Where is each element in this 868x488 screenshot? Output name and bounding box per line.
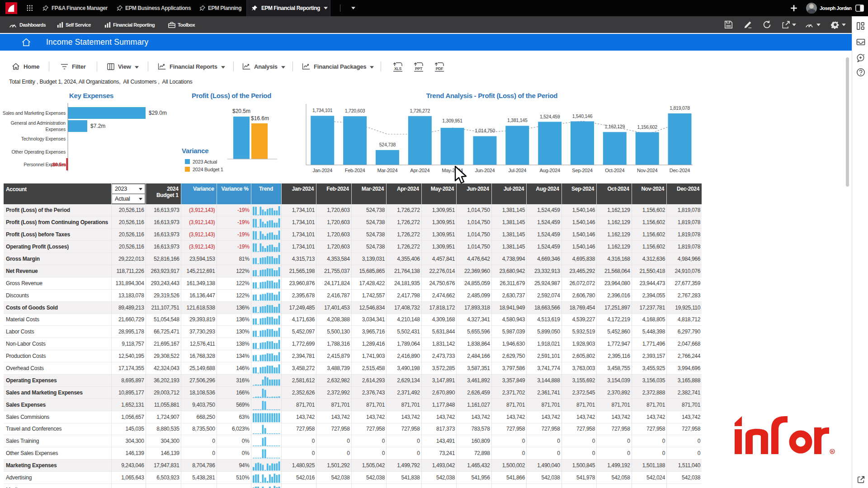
svg-text:Personnel Expenses: Personnel Expenses <box>24 162 66 167</box>
svg-text:Oct-2024: Oct-2024 <box>605 168 624 173</box>
svg-text:1,381,145: 1,381,145 <box>507 117 528 123</box>
svg-text:Profit (Loss) of the Period: Profit (Loss) of the Period <box>192 92 271 99</box>
svg-text:1,819,078: 1,819,078 <box>670 105 690 111</box>
svg-text:Variance: Variance <box>182 147 208 155</box>
svg-text:Mar-2024: Mar-2024 <box>377 168 398 173</box>
svg-text:Other Operating Expenses: Other Operating Expenses <box>11 149 66 155</box>
svg-text:Aug-2024: Aug-2024 <box>540 168 560 173</box>
svg-text:Key Expenses: Key Expenses <box>69 92 113 99</box>
svg-text:R: R <box>831 450 833 453</box>
svg-text:1,014,750: 1,014,750 <box>475 128 495 133</box>
svg-text:Trend Analysis - Profit (Loss): Trend Analysis - Profit (Loss) of the Pe… <box>426 92 558 99</box>
svg-text:524,738: 524,738 <box>379 142 396 147</box>
svg-text:1,309,951: 1,309,951 <box>442 118 462 123</box>
svg-text:Expenses: Expenses <box>45 127 66 132</box>
svg-text:1,726,272: 1,726,272 <box>410 108 430 113</box>
svg-text:XLS: XLS <box>394 66 402 71</box>
svg-text:PPT: PPT <box>415 66 423 71</box>
svg-text:Jan-2024: Jan-2024 <box>312 168 332 173</box>
svg-text:Sep-2024: Sep-2024 <box>572 168 592 173</box>
svg-text:1,540,146: 1,540,146 <box>572 113 593 119</box>
svg-text:$7.2m: $7.2m <box>90 123 105 129</box>
svg-text:$16.6m: $16.6m <box>251 115 269 122</box>
svg-text:General and Administration: General and Administration <box>11 120 66 126</box>
svg-text:Nov-2024: Nov-2024 <box>637 168 657 173</box>
svg-text:$29.0m: $29.0m <box>149 110 167 116</box>
svg-text:Feb-2024: Feb-2024 <box>345 168 365 173</box>
svg-text:1,734,101: 1,734,101 <box>312 108 333 113</box>
svg-text:Technology Expenses: Technology Expenses <box>21 136 66 141</box>
svg-text:Apr-2024: Apr-2024 <box>410 168 429 173</box>
svg-text:Jun-2024: Jun-2024 <box>475 168 495 173</box>
svg-text:1,720,603: 1,720,603 <box>345 108 365 113</box>
svg-text:Sales and Marketing Expenses: Sales and Marketing Expenses <box>3 110 66 116</box>
svg-text:-$0.5m: -$0.5m <box>51 162 66 167</box>
svg-text:1,156,602: 1,156,602 <box>637 124 657 130</box>
svg-text:1,524,459: 1,524,459 <box>540 114 560 119</box>
svg-text:PDF: PDF <box>436 66 443 71</box>
svg-text:2024 Budget 1: 2024 Budget 1 <box>193 167 223 172</box>
svg-text:1,162,129: 1,162,129 <box>605 124 625 129</box>
svg-text:2023 Actual: 2023 Actual <box>193 159 217 164</box>
svg-text:Jul-2024: Jul-2024 <box>508 168 526 173</box>
svg-text:Dec-2024: Dec-2024 <box>670 168 690 173</box>
svg-text:$20.5m: $20.5m <box>232 108 250 114</box>
